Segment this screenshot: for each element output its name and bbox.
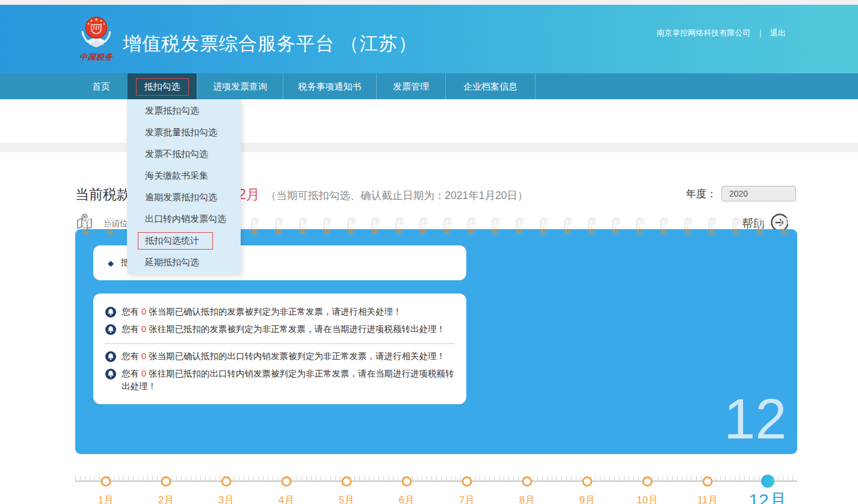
binder-ring-icon: [635, 217, 644, 236]
tax-bureau-logo: 中国税务: [73, 13, 120, 63]
binder-ring-icon: [105, 217, 115, 236]
dropdown-item-2[interactable]: 发票不抵扣勾选: [127, 143, 241, 165]
timeline-dot[interactable]: [342, 476, 352, 487]
alert-text: 您有0张往期已抵扣的出口转内销发票被判定为非正常发票，请在当期进行进项税额转出处…: [122, 367, 454, 393]
binder-ring-icon: [563, 217, 572, 236]
nav-tab-4[interactable]: 发票管理: [376, 73, 445, 99]
timeline-month-label: 9月: [579, 493, 595, 504]
nav-tab-label: 发票管理: [393, 81, 429, 91]
dropdown-item-3[interactable]: 海关缴款书采集: [127, 165, 241, 186]
nav-tab-label: 税务事项通知书: [298, 81, 362, 91]
dropdown-item-0[interactable]: 发票抵扣勾选: [127, 100, 241, 121]
timeline-month-label: 1月: [98, 493, 114, 504]
dropdown-item-7[interactable]: 延期抵扣勾选: [127, 251, 241, 273]
timeline-month-label: 7月: [459, 493, 475, 504]
nav-tab-0[interactable]: 首页: [75, 73, 127, 99]
nav-tab-label: 抵扣勾选: [136, 78, 189, 96]
dropdown-item-label: 延期抵扣勾选: [145, 257, 199, 267]
alert-text: 您有0张当期已确认抵扣的发票被判定为非正常发票，请进行相关处理！: [122, 306, 402, 318]
company-name-link[interactable]: 南京掌控网络科技有限公司: [656, 28, 750, 38]
alert-text: 您有0张当期已确认抵扣的出口转内销发票被判定为非正常发票，请进行相关处理！: [122, 350, 445, 363]
alert-body: 张往期已抵扣的出口转内销发票被判定为非正常发票，请在当期进行进项税额转出处理！: [122, 369, 454, 391]
timeline-dot[interactable]: [402, 476, 412, 487]
diamond-bullet-icon: ◆: [108, 259, 114, 268]
dropdown-item-6[interactable]: 抵扣勾选统计: [127, 230, 241, 251]
binder-ring-icon: [539, 217, 548, 236]
binder-ring-icon: [370, 217, 380, 236]
year-label: 年度：: [686, 187, 717, 201]
timeline-dot[interactable]: [643, 476, 653, 487]
page: 中国税务 增值税发票综合服务平台 （江苏） 南京掌控网络科技有限公司 ｜ 退出 …: [0, 0, 858, 504]
bell-icon: [105, 324, 116, 337]
account-bar: 南京掌控网络科技有限公司 ｜ 退出: [656, 28, 786, 38]
binder-ring-icon: [394, 217, 404, 236]
timeline-dot[interactable]: [582, 476, 593, 487]
binder-ring-icon: [250, 217, 259, 236]
alert-row: 您有0张往期已抵扣的出口转内销发票被判定为非正常发票，请在当期进行进项税额转出处…: [105, 367, 454, 393]
nav-tab-1[interactable]: 抵扣勾选: [127, 73, 197, 99]
alert-row: 您有0张当期已确认抵扣的出口转内销发票被判定为非正常发票，请进行相关处理！: [105, 350, 454, 364]
year-selector: 年度：: [686, 186, 796, 201]
binder-ring-icon: [490, 217, 500, 236]
alerts-card: 您有0张当期已确认抵扣的发票被判定为非正常发票，请进行相关处理！您有0张往期已抵…: [93, 293, 466, 404]
main-nav: 首页抵扣勾选进项发票查询税务事项通知书发票管理企业档案信息: [0, 73, 858, 99]
binder-ring-icon: [611, 217, 620, 236]
nav-tab-5[interactable]: 企业档案信息: [445, 73, 535, 99]
dropdown-item-label: 发票抵扣勾选: [145, 105, 199, 115]
alert-lead: 您有: [122, 351, 139, 361]
timeline: 1月2月3月4月5月6月7月8月9月10月11月12月: [75, 469, 797, 504]
alert-row: 您有0张往期已抵扣的发票被判定为非正常发票，请在当期进行进项税额转出处理！: [105, 323, 454, 337]
dropdown-item-5[interactable]: 出口转内销发票勾选: [127, 208, 241, 230]
binder-ring-icon: [731, 217, 741, 236]
timeline-month-label: 3月: [218, 493, 234, 504]
binder-ring-icon: [274, 217, 283, 236]
alert-body: 张当期已确认抵扣的发票被判定为非正常发票，请进行相关处理！: [149, 307, 402, 316]
nav-tab-2[interactable]: 进项发票查询: [197, 73, 283, 99]
timeline-dot[interactable]: [161, 476, 171, 487]
timeline-dot[interactable]: [282, 476, 292, 487]
account-separator: ｜: [756, 28, 764, 38]
dropdown-item-4[interactable]: 逾期发票抵扣勾选: [127, 186, 241, 208]
bell-icon: [105, 351, 116, 364]
app-header: 中国税务 增值税发票综合服务平台 （江苏） 南京掌控网络科技有限公司 ｜ 退出: [0, 5, 858, 73]
app-title: 增值税发票综合服务平台 （江苏）: [123, 31, 418, 57]
binder-ring-icon: [81, 217, 91, 236]
logout-link[interactable]: 退出: [770, 28, 786, 38]
timeline-dot[interactable]: [221, 476, 232, 487]
alert-body: 张当期已确认抵扣的出口转内销发票被判定为非正常发票，请进行相关处理！: [149, 351, 445, 361]
timeline-month-label: 2月: [158, 493, 174, 504]
year-input[interactable]: [721, 186, 796, 201]
timeline-month-label: 10月: [637, 493, 658, 504]
binder-ring-icon: [587, 217, 596, 236]
timeline-month-label: 5月: [339, 493, 354, 504]
binder-ring-icon: [418, 217, 428, 236]
alert-row: 您有0张当期已确认抵扣的发票被判定为非正常发票，请进行相关处理！: [105, 306, 454, 320]
timeline-current-dot[interactable]: [761, 475, 774, 488]
dropdown-item-1[interactable]: 发票批量抵扣勾选: [127, 121, 241, 143]
alert-text: 您有0张往期已抵扣的发票被判定为非正常发票，请在当期进行进项税额转出处理！: [122, 323, 445, 336]
timeline-dot[interactable]: [462, 476, 472, 487]
top-strip: [0, 0, 858, 5]
bell-icon: [105, 369, 116, 382]
alert-body: 张往期已抵扣的发票被判定为非正常发票，请在当期进行进项税额转出处理！: [149, 324, 445, 334]
timeline-dot[interactable]: [101, 476, 111, 487]
alert-lead: 您有: [122, 324, 139, 334]
alert-lead: 您有: [122, 369, 139, 378]
binder-ring-icon: [659, 217, 668, 236]
alert-count: 0: [139, 307, 149, 316]
dropdown-item-label: 出口转内销发票勾选: [145, 214, 226, 224]
deduction-dropdown-menu: 发票抵扣勾选发票批量抵扣勾选发票不抵扣勾选海关缴款书采集逾期发票抵扣勾选出口转内…: [127, 99, 241, 274]
dropdown-item-label: 海关缴款书采集: [145, 170, 208, 180]
binder-ring-icon: [779, 217, 789, 236]
nav-tab-3[interactable]: 税务事项通知书: [283, 73, 376, 99]
timeline-dot[interactable]: [522, 476, 532, 487]
binder-ring-icon: [707, 217, 717, 236]
alert-lead: 您有: [122, 307, 139, 316]
logo-caption: 中国税务: [72, 52, 120, 63]
binder-ring-icon: [442, 217, 452, 236]
alert-count: 0: [139, 351, 149, 361]
nav-tab-label: 首页: [92, 81, 110, 91]
timeline-dot[interactable]: [703, 476, 713, 487]
bell-icon: [105, 307, 116, 320]
dropdown-item-label: 抵扣勾选统计: [138, 232, 213, 250]
